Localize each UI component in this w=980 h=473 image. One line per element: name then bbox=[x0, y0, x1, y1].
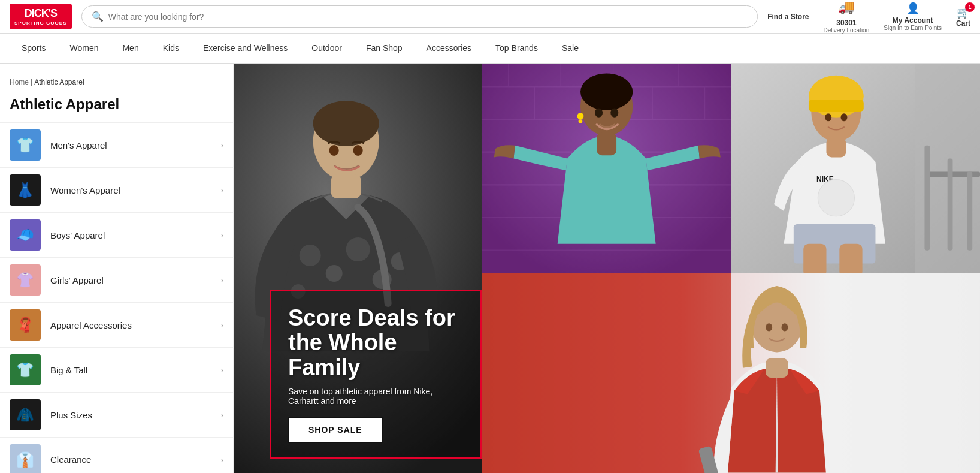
sidebar-chevron-girls: › bbox=[220, 275, 223, 285]
delivery-label: Delivery Location bbox=[824, 27, 870, 34]
account-icon: 👤 bbox=[906, 2, 919, 15]
sidebar-chevron-mens: › bbox=[220, 140, 223, 150]
promo-title: Score Deals for the Whole Family bbox=[288, 306, 464, 381]
svg-point-4 bbox=[326, 265, 343, 282]
site-logo[interactable]: DICK'S SPORTING GOODS bbox=[10, 4, 72, 29]
shop-sale-button[interactable]: SHOP SALE bbox=[288, 417, 383, 443]
sidebar-thumb-clearance: 👔 bbox=[10, 444, 41, 474]
sidebar-item-bigtall[interactable]: 👕 Big & Tall › bbox=[0, 347, 233, 392]
sidebar-item-mens[interactable]: 👕 Men's Apparel › bbox=[0, 122, 233, 167]
account-label: My Account bbox=[893, 16, 933, 25]
hero-woman2-cell bbox=[482, 273, 980, 473]
header-actions: Find a Store 🚚 30301 Delivery Location 👤… bbox=[767, 0, 970, 34]
logo-line2: SPORTING GOODS bbox=[14, 20, 67, 26]
svg-point-46 bbox=[825, 113, 831, 121]
svg-point-3 bbox=[300, 245, 321, 266]
sidebar-label-womens: Women's Apparel bbox=[50, 185, 211, 195]
svg-point-10 bbox=[329, 145, 339, 156]
main-content: Home | Athletic Apparel Athletic Apparel… bbox=[0, 64, 980, 473]
sidebar-chevron-accessories: › bbox=[220, 320, 223, 330]
sidebar-label-plus: Plus Sizes bbox=[50, 410, 211, 420]
sidebar-item-girls[interactable]: 👚 Girls' Apparel › bbox=[0, 257, 233, 302]
hero-boy-cell: NIKE bbox=[731, 64, 980, 273]
promo-overlay: Score Deals for the Whole Family Save on… bbox=[270, 290, 482, 459]
woman-svg bbox=[482, 64, 731, 273]
find-store-action[interactable]: Find a Store bbox=[767, 13, 809, 21]
woman2-background bbox=[482, 273, 980, 473]
breadcrumb: Home | Athletic Apparel bbox=[0, 73, 233, 91]
svg-point-58 bbox=[782, 323, 788, 331]
sidebar-thumb-bigtall: 👕 bbox=[10, 354, 41, 385]
nav-item-topbrands[interactable]: Top Brands bbox=[483, 35, 550, 62]
sidebar-item-accessories[interactable]: 🧣 Apparel Accessories › bbox=[0, 302, 233, 347]
sidebar-chevron-womens: › bbox=[220, 185, 223, 195]
sidebar-chevron-bigtall: › bbox=[220, 365, 223, 375]
sidebar-thumb-accessories: 🧣 bbox=[10, 309, 41, 341]
logo-line1: DICK'S bbox=[14, 7, 67, 20]
sidebar-thumb-mens: 👕 bbox=[10, 129, 41, 161]
svg-point-34 bbox=[579, 119, 583, 123]
sidebar-thumb-womens: 👗 bbox=[10, 174, 41, 206]
svg-point-41 bbox=[818, 180, 854, 216]
nav-item-kids[interactable]: Kids bbox=[151, 35, 191, 62]
boy-svg: NIKE bbox=[731, 64, 980, 273]
sidebar-thumb-boys: 🧢 bbox=[10, 219, 41, 251]
svg-rect-9 bbox=[331, 174, 361, 198]
sidebar-label-bigtall: Big & Tall bbox=[50, 365, 211, 375]
search-icon: 🔍 bbox=[92, 11, 104, 22]
delivery-icon: 🚚 bbox=[838, 0, 854, 15]
delivery-zip: 30301 bbox=[824, 19, 870, 27]
svg-rect-45 bbox=[826, 138, 846, 158]
sidebar-chevron-plus: › bbox=[220, 410, 223, 420]
cart-count: 1 bbox=[965, 2, 975, 12]
content-area: Score Deals for the Whole Family Save on… bbox=[234, 64, 980, 473]
breadcrumb-home[interactable]: Home bbox=[10, 78, 29, 86]
svg-point-2 bbox=[313, 101, 379, 146]
sidebar-label-mens: Men's Apparel bbox=[50, 140, 211, 150]
svg-point-31 bbox=[595, 108, 603, 117]
nav-item-outdoor[interactable]: Outdoor bbox=[300, 35, 354, 62]
sidebar-item-clearance[interactable]: 👔 Clearance › bbox=[0, 437, 233, 473]
nav-item-women[interactable]: Women bbox=[58, 35, 110, 62]
sidebar-item-womens[interactable]: 👗 Women's Apparel › bbox=[0, 167, 233, 212]
nav-item-fanshop[interactable]: Fan Shop bbox=[354, 35, 415, 62]
hero-man-cell: Score Deals for the Whole Family Save on… bbox=[234, 64, 482, 473]
svg-rect-44 bbox=[839, 244, 862, 273]
sidebar-thumb-girls: 👚 bbox=[10, 264, 41, 296]
sidebar-item-boys[interactable]: 🧢 Boys' Apparel › bbox=[0, 212, 233, 257]
search-input[interactable] bbox=[108, 12, 748, 22]
boy-background: NIKE bbox=[731, 64, 980, 273]
svg-rect-51 bbox=[967, 171, 972, 250]
account-action[interactable]: 👤 My Account Sign In to Earn Points bbox=[884, 2, 942, 31]
hero-image-grid: Score Deals for the Whole Family Save on… bbox=[234, 64, 980, 473]
svg-rect-50 bbox=[947, 159, 952, 251]
nav-item-exercise[interactable]: Exercise and Wellness bbox=[191, 35, 300, 62]
nav-item-accessories[interactable]: Accessories bbox=[415, 35, 483, 62]
page-title: Athletic Apparel bbox=[0, 91, 233, 122]
sidebar-item-plus[interactable]: 🧥 Plus Sizes › bbox=[0, 392, 233, 437]
delivery-action[interactable]: 🚚 30301 Delivery Location bbox=[824, 0, 870, 34]
search-bar: 🔍 bbox=[81, 5, 758, 28]
site-header: DICK'S SPORTING GOODS 🔍 Find a Store 🚚 3… bbox=[0, 0, 980, 34]
sidebar-label-boys: Boys' Apparel bbox=[50, 230, 211, 240]
cart-label: Cart bbox=[956, 19, 970, 28]
svg-rect-48 bbox=[928, 171, 980, 177]
woman-background bbox=[482, 64, 731, 273]
sidebar-items-container: 👕 Men's Apparel › 👗 Women's Apparel › 🧢 … bbox=[0, 122, 233, 473]
nav-item-men[interactable]: Men bbox=[110, 35, 150, 62]
sidebar-label-clearance: Clearance bbox=[50, 454, 211, 465]
svg-rect-53 bbox=[482, 273, 731, 473]
svg-rect-56 bbox=[766, 358, 788, 378]
nav-item-sports[interactable]: Sports bbox=[10, 35, 58, 62]
promo-subtitle: Save on top athletic apparel from Nike, … bbox=[288, 387, 464, 406]
nav-item-sale[interactable]: Sale bbox=[550, 35, 591, 62]
svg-point-5 bbox=[346, 237, 370, 261]
sidebar-thumb-plus: 🧥 bbox=[10, 399, 41, 430]
svg-rect-30 bbox=[597, 132, 617, 155]
hero-woman-cell bbox=[482, 64, 731, 273]
svg-point-11 bbox=[353, 145, 363, 156]
category-sidebar: Home | Athletic Apparel Athletic Apparel… bbox=[0, 64, 234, 473]
cart-action[interactable]: 🛒 1 Cart bbox=[956, 6, 970, 28]
breadcrumb-current: Athletic Apparel bbox=[34, 78, 84, 86]
find-store-label: Find a Store bbox=[767, 13, 809, 21]
